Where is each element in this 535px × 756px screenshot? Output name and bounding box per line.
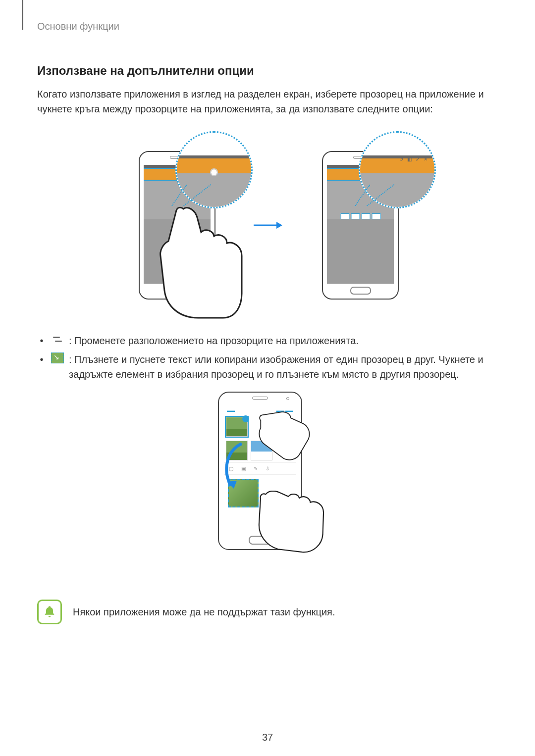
phone-illustration-before xyxy=(119,131,233,319)
breadcrumb: Основни функции xyxy=(37,21,498,32)
option-bullets: • : Променете разположението на прозорци… xyxy=(37,333,498,382)
home-button xyxy=(350,287,371,295)
page-left-rule xyxy=(22,0,23,30)
note-bell-icon xyxy=(37,600,62,624)
phone-illustration-after: ↺ ◧ ⤢ ✕ xyxy=(302,131,416,319)
swap-icon: ↺ xyxy=(399,156,403,162)
hand-pinch-top-icon xyxy=(243,411,327,483)
split-toolbar xyxy=(340,213,380,219)
phone-earpiece xyxy=(252,397,268,400)
figure-drag-drop: ▬▬▬▬ ▬▬ ▢ ▣ ✎ ⇩ xyxy=(37,392,498,580)
bullet-marker: • xyxy=(37,352,46,367)
bullet-text: : Плъзнете и пуснете текст или копирани … xyxy=(69,352,498,382)
bullet-item: • : Плъзнете и пуснете текст или копиран… xyxy=(37,352,498,382)
split-handle-zoom-icon xyxy=(211,169,217,175)
close-icon: ✕ xyxy=(424,156,428,162)
bullet-item: • : Променете разположението на прозорци… xyxy=(37,333,498,348)
drag-content-icon xyxy=(51,353,64,363)
svg-marker-2 xyxy=(227,481,237,489)
phone-camera xyxy=(286,397,289,400)
bullet-text: : Променете разположението на прозорците… xyxy=(69,333,498,348)
arrow-right-icon xyxy=(253,131,282,230)
note-text: Някои приложения може да не поддържат та… xyxy=(73,606,335,618)
manual-page: Основни функции Използване на допълнител… xyxy=(0,0,535,624)
note-callout: Някои приложения може да не поддържат та… xyxy=(37,600,498,624)
figure-split-screen-options: ↺ ◧ ⤢ ✕ xyxy=(37,131,498,319)
page-number: 37 xyxy=(0,732,535,743)
expand-icon: ⤢ xyxy=(416,156,420,162)
zoom-magnifier: ↺ ◧ ⤢ ✕ xyxy=(359,131,436,208)
hand-pinch-bottom-icon xyxy=(247,491,336,577)
section-title: Използване на допълнителни опции xyxy=(37,64,498,78)
intro-paragraph: Когато използвате приложения в изглед на… xyxy=(37,87,498,116)
zoom-magnifier xyxy=(175,131,253,208)
zoom-toolbar-icons: ↺ ◧ ⤢ ✕ xyxy=(399,156,428,162)
bullet-marker: • xyxy=(37,333,46,348)
svg-marker-1 xyxy=(276,222,282,229)
bottom-app-window xyxy=(327,219,394,284)
hand-tap-icon xyxy=(154,206,243,322)
drag-icon: ◧ xyxy=(407,156,412,162)
swap-windows-icon xyxy=(51,334,64,344)
